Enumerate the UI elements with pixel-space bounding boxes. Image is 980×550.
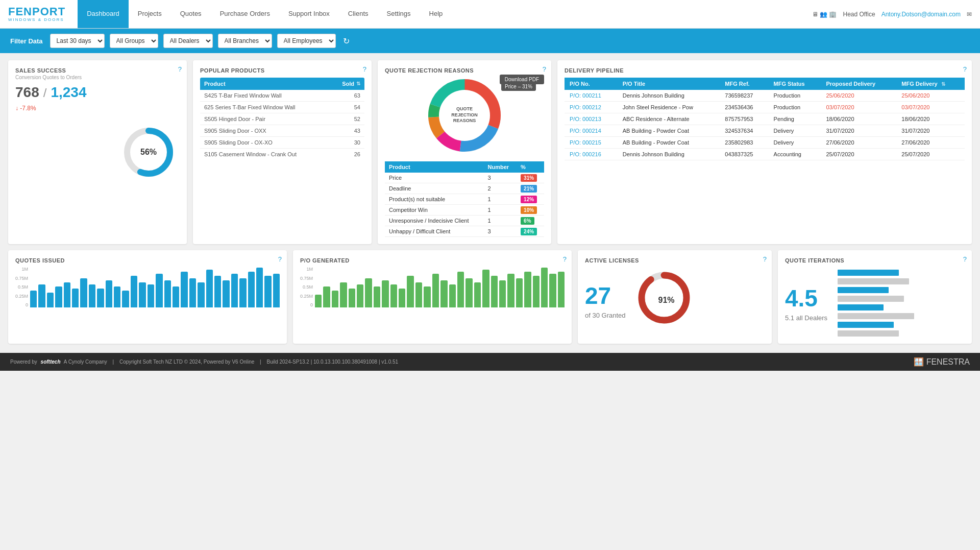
filter-groups[interactable]: All Groups: [110, 34, 158, 48]
qi-bar-blue-3: [838, 287, 889, 293]
products-sort-icon[interactable]: ⇅: [356, 81, 360, 87]
nav-support-inbox[interactable]: Support Inbox: [279, 0, 339, 28]
chart-bar: [491, 276, 498, 307]
nav-help[interactable]: Help: [420, 0, 452, 28]
nav-quotes[interactable]: Quotes: [171, 0, 211, 28]
delivery-sort-icon[interactable]: ⇅: [941, 81, 945, 87]
products-help-icon[interactable]: ?: [363, 65, 366, 73]
quote-rejection-help[interactable]: ?: [543, 65, 546, 73]
chart-bar: [507, 274, 514, 307]
active-licenses-help[interactable]: ?: [763, 255, 767, 263]
quotes-issued-help[interactable]: ?: [278, 255, 282, 263]
licenses-donut: 91%: [636, 270, 697, 331]
delivery-proposed: 25/07/2020: [821, 149, 896, 160]
sales-help-icon[interactable]: ?: [178, 65, 182, 73]
qi-bar-blue-7: [838, 322, 894, 328]
sales-divider: /: [43, 86, 47, 100]
delivery-po-no[interactable]: P/O: 000214: [565, 125, 618, 137]
rejection-row: Unhappy / Difficult Client324%: [385, 226, 544, 237]
delivery-help-icon[interactable]: ?: [963, 65, 967, 73]
sales-total: 1,234: [51, 84, 86, 101]
product-sold: 26: [330, 151, 360, 157]
user-email[interactable]: Antony.Dotson@domain.com: [881, 11, 961, 18]
mail-icon[interactable]: ✉: [967, 11, 972, 18]
rejection-donut-container: QUOTE REJECTIONREASONS Price – 31%: [424, 75, 505, 156]
office-selector[interactable]: Head Office: [843, 11, 875, 18]
delivery-mfg-delivery: 25/07/2020: [896, 149, 965, 160]
chart-bar: [549, 274, 556, 307]
po-generated-chart: 1M 0.75M 0.5M 0.25M 0: [300, 267, 565, 307]
filter-employees[interactable]: All Employees: [277, 34, 336, 48]
chart-bar: [173, 286, 179, 307]
qi-bars-visual: [838, 270, 914, 337]
po-generated-help[interactable]: ?: [563, 255, 567, 263]
chart-bar: [198, 282, 204, 307]
chart-bar: [114, 286, 120, 307]
chart-bar: [374, 286, 380, 307]
footer-company-sub: A Cynoly Company: [64, 359, 107, 365]
chart-bar: [189, 278, 196, 307]
qi-title: QUOTE ITERATIONS: [785, 257, 965, 264]
nav-projects[interactable]: Projects: [129, 0, 171, 28]
qi-number: 4.5: [785, 284, 827, 312]
rejection-reason: Deadline: [385, 183, 484, 194]
delivery-col-title: P/O Title: [618, 78, 720, 90]
nav-clients[interactable]: Clients: [339, 0, 378, 28]
nav-dashboard[interactable]: Dashboard: [78, 0, 129, 28]
sales-current: 768: [15, 84, 39, 101]
delivery-po-no[interactable]: P/O: 000216: [565, 149, 618, 160]
active-licenses-card: ACTIVE LICENSES ? 27 of 30 Granted 91%: [578, 250, 772, 344]
delivery-table-wrap: P/O No. P/O Title MFG Ref. MFG Status Pr…: [565, 78, 965, 160]
delivery-po-title: John Steel Residence - Pow: [618, 102, 720, 113]
delivery-mfg-status: Production: [769, 102, 821, 113]
qi-help[interactable]: ?: [963, 255, 967, 263]
chart-bar: [239, 278, 246, 307]
chart-bar: [248, 272, 255, 307]
po-generated-title: P/O GENERATED: [300, 257, 565, 264]
sales-donut: 56%: [120, 124, 177, 180]
chart-bar: [457, 272, 464, 307]
delivery-mfg-delivery: 27/06/2020: [896, 137, 965, 149]
chart-bar: [357, 284, 363, 307]
chart-bar: [499, 280, 506, 307]
delivery-mfg-ref: 875757953: [720, 113, 768, 125]
chart-bar: [139, 282, 145, 307]
rejection-col-number: Number: [484, 161, 517, 173]
licenses-sub: of 30 Granted: [585, 312, 626, 319]
delivery-po-no[interactable]: P/O: 000211: [565, 90, 618, 102]
footer-copyright: Copyright Soft Tech NZ LTD © 2024, Power…: [119, 359, 254, 365]
filter-dealers[interactable]: All Dealers: [163, 34, 213, 48]
chart-bar: [148, 284, 154, 307]
refresh-icon[interactable]: ↻: [343, 36, 350, 46]
filter-branches[interactable]: All Branches: [218, 34, 272, 48]
quotes-bars: [30, 267, 280, 307]
product-name: 625 Series T-Bar Fixed Window Wall: [204, 104, 330, 110]
delivery-proposed: 25/06/2020: [821, 90, 896, 102]
rejection-number: 1: [484, 205, 517, 216]
licenses-donut-label: 91%: [658, 296, 674, 305]
chart-bar: [516, 278, 523, 307]
qi-bar-row-4: [838, 296, 914, 302]
delivery-mfg-delivery: 18/06/2020: [896, 113, 965, 125]
filter-time[interactable]: Last 30 days: [50, 34, 105, 48]
footer-company: softtech: [41, 359, 61, 365]
delivery-proposed: 27/06/2020: [821, 137, 896, 149]
delivery-po-no[interactable]: P/O: 000212: [565, 102, 618, 113]
products-rows: S425 T-Bar Fixed Window Wall63625 Series…: [200, 90, 364, 160]
chart-bar: [30, 291, 37, 307]
delivery-mfg-status: Delivery: [769, 125, 821, 137]
rejection-row: Deadline221%: [385, 183, 544, 194]
filter-label: Filter Data: [10, 37, 43, 45]
chart-bar: [474, 282, 481, 307]
rejection-pct: 6%: [517, 216, 544, 226]
footer-sep2: |: [260, 359, 261, 365]
delivery-po-no[interactable]: P/O: 000215: [565, 137, 618, 149]
chart-bar: [315, 295, 322, 307]
delivery-po-no[interactable]: P/O: 000213: [565, 113, 618, 125]
nav-settings[interactable]: Settings: [378, 0, 420, 28]
sales-subtitle: Conversion Quotes to Orders: [15, 75, 180, 80]
qi-bar-row-3: [838, 287, 914, 293]
rejection-pct: 24%: [517, 226, 544, 237]
po-generated-card: P/O GENERATED ? 1M 0.75M 0.5M 0.25M 0: [293, 250, 572, 344]
nav-purchase-orders[interactable]: Purchase Orders: [211, 0, 279, 28]
